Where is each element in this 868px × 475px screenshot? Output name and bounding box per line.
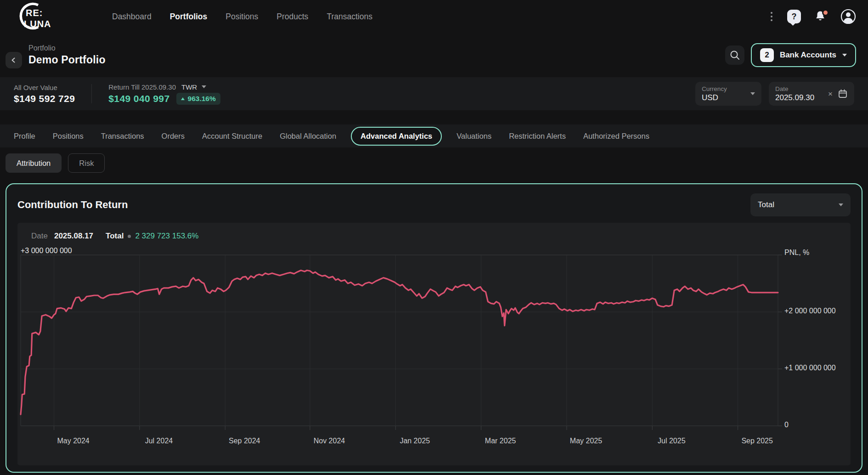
search-button[interactable] [725,45,744,65]
return-method-value: TWR [181,83,197,91]
return-block: Return Till 2025.09.30 TWR $149 040 997 … [108,83,220,105]
legend-series-value: 2 329 723 153.6% [135,232,198,241]
x-axis-tick-label: Jul 2024 [145,437,173,445]
contribution-to-return-card: Contribution To Return Total Date 2025.0… [6,183,862,473]
notification-dot [822,9,829,16]
return-method-dropdown[interactable]: TWR [181,83,206,91]
analytics-subnav: Attribution Risk [0,153,868,173]
clear-icon[interactable]: × [828,90,833,98]
tab-account-structure[interactable]: Account Structure [202,132,262,141]
divider [91,84,92,103]
tab-restriction-alerts[interactable]: Restriction Alerts [509,132,566,141]
card-title: Contribution To Return [17,199,128,211]
x-axis-labels: May 2024Jul 2024Sep 2024Nov 2024Jan 2025… [21,437,778,448]
y-axis-labels: PNL, % +2 000 000 000 +1 000 000 000 0 [778,248,851,431]
nav-item-portfolios[interactable]: Portfolios [170,12,208,22]
main-nav: Dashboard Portfolios Positions Products … [112,12,372,22]
y-axis-tick-label: +2 000 000 000 [784,307,836,315]
tab-orders[interactable]: Orders [162,132,185,141]
legend-date-label: Date [31,232,48,241]
legend-date-value: 2025.08.17 [54,232,93,241]
nav-actions: ? [769,9,856,24]
y-axis-tick-label: +1 000 000 000 [784,364,836,372]
top-nav: RE: LUNA Dashboard Portfolios Positions … [0,0,868,33]
return-percent: 963.16% [188,95,216,103]
tab-advanced-analytics[interactable]: Advanced Analytics [351,127,442,146]
x-axis-tick-label: May 2024 [57,437,89,445]
currency-value: USD [702,93,727,102]
chevron-left-icon [9,56,18,65]
return-till-label: Return Till 2025.09.30 [108,83,176,91]
chart-panel: Date 2025.08.17 Total 2 329 723 153.6% +… [17,223,851,465]
summary-bar: All Over Value $149 592 729 Return Till … [0,77,868,110]
all-over-value-label: All Over Value [14,84,75,91]
avatar[interactable] [840,9,856,24]
tab-profile[interactable]: Profile [14,132,35,141]
legend-series-dot [128,235,131,238]
logo-line2: LUNA [24,19,51,29]
x-axis-tick-label: Nov 2024 [314,437,345,445]
portfolio-tabs: Profile Positions Transactions Orders Ac… [0,124,868,147]
all-over-value: $149 592 729 [14,93,75,104]
page-header: Portfolio Demo Portfolio 2 Bank Accounts [0,33,868,77]
return-percent-badge: 963.16% [176,93,220,105]
logo-line1: RE: [26,8,43,18]
bank-accounts-dropdown[interactable]: 2 Bank Accounts [751,43,856,67]
question-icon: ? [792,12,797,22]
chevron-down-icon [839,204,843,206]
x-axis-tick-label: Sep 2025 [741,437,773,445]
tab-transactions[interactable]: Transactions [101,132,144,141]
help-button[interactable]: ? [787,10,801,23]
return-value: $149 040 997 [108,93,169,104]
total-filter-value: Total [758,200,774,209]
line-series-total [21,271,778,415]
tab-positions[interactable]: Positions [53,132,84,141]
breadcrumb: Portfolio [28,44,106,52]
x-axis-tick-label: Jan 2025 [400,437,430,445]
back-button[interactable] [6,52,22,68]
tab-valuations[interactable]: Valuations [457,132,491,141]
chart-legend: Date 2025.08.17 Total 2 329 723 153.6% [31,230,851,242]
chart-plot-area[interactable]: +3 000 000 000 [21,248,778,431]
calendar-icon[interactable] [838,89,848,99]
kebab-menu-icon[interactable] [769,10,774,23]
chevron-down-icon [842,54,847,57]
y-axis-tick-label: 0 [784,421,789,429]
chevron-down-icon [750,92,755,95]
triangle-up-icon [181,97,185,100]
page-title: Demo Portfolio [28,54,106,66]
total-filter-dropdown[interactable]: Total [750,193,851,216]
x-axis-tick-label: Mar 2025 [485,437,516,445]
date-picker[interactable]: Date 2025.09.30 × [769,82,854,106]
app-root: RE: LUNA Dashboard Portfolios Positions … [0,0,868,475]
date-label: Date [775,85,814,92]
search-icon [729,50,740,61]
nav-item-positions[interactable]: Positions [225,12,258,22]
attribution-button[interactable]: Attribution [6,153,62,173]
contribution-chart-svg[interactable] [21,248,778,431]
y-axis-title: PNL, % [784,249,809,257]
x-axis-tick-label: Sep 2024 [229,437,260,445]
nav-item-products[interactable]: Products [276,12,308,22]
risk-button[interactable]: Risk [68,153,105,173]
bank-accounts-count-badge: 2 [760,48,774,62]
notifications-button[interactable] [814,10,828,23]
x-axis-tick-label: Jul 2025 [658,437,686,445]
bank-accounts-label: Bank Accounts [780,51,836,60]
currency-label: Currency [702,85,727,92]
legend-series-label: Total [106,232,124,241]
tab-global-allocation[interactable]: Global Allocation [280,132,336,141]
all-over-value-block: All Over Value $149 592 729 [14,84,75,104]
app-logo: RE: LUNA [12,2,72,31]
nav-item-dashboard[interactable]: Dashboard [112,12,152,22]
tab-authorized-persons[interactable]: Authorized Persons [583,132,649,141]
nav-item-transactions[interactable]: Transactions [327,12,372,22]
x-axis-tick-label: May 2025 [570,437,602,445]
chevron-down-icon [202,85,206,88]
currency-select[interactable]: Currency USD [695,82,761,106]
date-value: 2025.09.30 [775,93,814,102]
